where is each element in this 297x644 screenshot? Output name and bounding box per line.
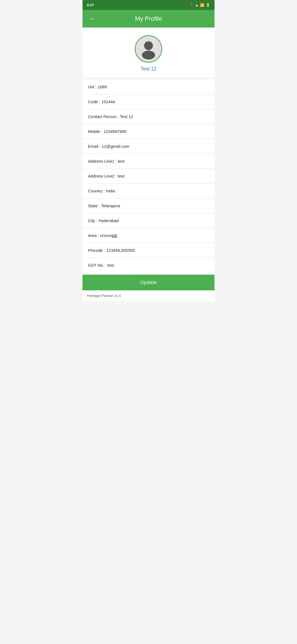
avatar-image (138, 38, 160, 60)
signal-icon: 📶 (200, 3, 204, 7)
app-header: ← My Profile (82, 10, 215, 28)
status-time: 9:27 (87, 3, 94, 7)
page-title: My Profile (135, 15, 162, 22)
info-item: Contact Person : Test 12 (82, 109, 215, 124)
update-btn-container: Update (82, 272, 215, 290)
info-item: City : Hyderabad (82, 213, 215, 228)
wifi-icon: ▲ (195, 3, 199, 7)
info-item: State : Telangana (82, 198, 215, 213)
avatar[interactable] (135, 35, 162, 63)
svg-point-0 (144, 41, 153, 50)
status-icons: 📍 ▲ 📶 🔋 (189, 3, 210, 7)
update-button[interactable]: Update (82, 275, 215, 290)
info-item: Email : 12@gmail.com (82, 139, 215, 154)
info-item: Country : India (82, 184, 215, 198)
back-icon: ← (89, 15, 95, 22)
info-item: Address Line2 : test (82, 169, 215, 184)
info-item: Pincode : 123456,555555 (82, 243, 215, 258)
battery-icon: 🔋 (206, 3, 210, 7)
info-item: Area : nnnnnjjjjjj (82, 228, 215, 243)
profile-section: Test 12 (82, 28, 215, 77)
footer-text: Heritage Partner v1.4 (87, 294, 121, 298)
info-item: Code : 152444 (82, 94, 215, 109)
info-list: Uid : 1089Code : 152444Contact Person : … (82, 80, 215, 272)
location-icon: 📍 (189, 3, 194, 7)
status-bar: 9:27 📍 ▲ 📶 🔋 (82, 0, 215, 10)
info-item: Mobile : 1234567890 (82, 124, 215, 139)
back-button[interactable]: ← (87, 13, 98, 24)
profile-name: Test 12 (141, 66, 156, 72)
info-item: GST No. : test (82, 258, 215, 272)
time-display: 9:27 (87, 3, 94, 7)
svg-point-1 (142, 51, 155, 59)
footer: Heritage Partner v1.4 (82, 290, 215, 301)
info-item: Address Line1 : test (82, 154, 215, 169)
info-item: Uid : 1089 (82, 80, 215, 94)
